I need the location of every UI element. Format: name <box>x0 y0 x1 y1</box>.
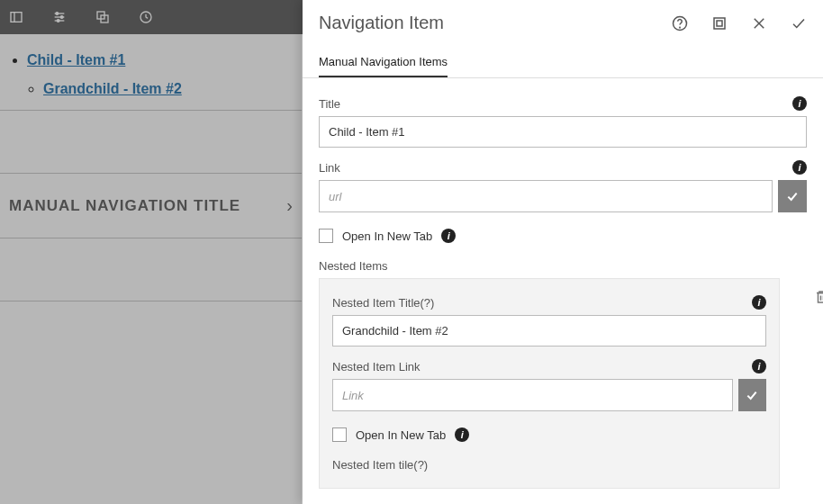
link-picker-button[interactable] <box>778 180 807 212</box>
info-icon[interactable]: i <box>792 160 807 175</box>
help-icon[interactable] <box>672 15 688 32</box>
nested-link-input[interactable] <box>332 379 733 411</box>
link-input[interactable] <box>319 180 773 212</box>
close-icon[interactable] <box>751 15 767 32</box>
nested-open-new-tab-checkbox[interactable] <box>332 428 347 442</box>
title-field-label: Title <box>319 97 340 111</box>
info-icon[interactable]: i <box>752 295 766 310</box>
info-icon[interactable]: i <box>455 428 469 442</box>
info-icon[interactable]: i <box>792 96 807 111</box>
dialog-tabs: Manual Navigation Items <box>303 48 823 78</box>
dialog-body[interactable]: Title i Link i Open In New Tab i Nested … <box>303 78 823 504</box>
nested-item-group: Nested Item Title(?) i Nested Item Link … <box>319 278 780 489</box>
nested-link-picker-button[interactable] <box>738 379 766 411</box>
open-new-tab-checkbox[interactable] <box>319 229 333 243</box>
svg-rect-14 <box>717 21 722 26</box>
nested-link-label: Nested Item Link <box>332 360 421 374</box>
nested-items-header: Nested Items <box>319 259 807 273</box>
dialog-header: Navigation Item <box>303 0 823 40</box>
done-icon[interactable] <box>791 15 807 32</box>
navigation-item-dialog: Navigation Item Manual Navigation Items … <box>303 0 823 504</box>
fullscreen-icon[interactable] <box>711 15 728 32</box>
svg-point-12 <box>680 27 681 28</box>
delete-nested-item-button[interactable] <box>814 289 823 309</box>
title-input[interactable] <box>319 116 807 148</box>
dialog-title: Navigation Item <box>319 13 444 33</box>
nested-tile-label: Nested Item tile(?) <box>332 458 428 472</box>
info-icon[interactable]: i <box>752 359 766 374</box>
open-new-tab-label: Open In New Tab <box>342 230 432 243</box>
nested-title-input[interactable] <box>332 315 766 346</box>
info-icon[interactable]: i <box>441 229 456 243</box>
svg-rect-13 <box>714 18 725 29</box>
tab-manual-nav-items[interactable]: Manual Navigation Items <box>319 48 448 77</box>
nested-title-label: Nested Item Title(?) <box>332 296 434 310</box>
link-field-label: Link <box>319 161 340 175</box>
nested-open-new-tab-label: Open In New Tab <box>356 428 446 442</box>
